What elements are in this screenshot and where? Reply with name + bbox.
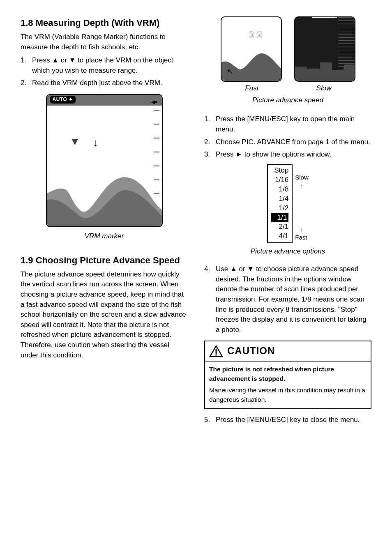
section-1-9-heading: 1.9 Choosing Picture Advance Speed: [21, 254, 188, 267]
step-text: Choose PIC. ADVANCE from page 1 of the m…: [216, 137, 371, 147]
options-speed-indicator: Slow ↑ ↓ Fast: [295, 164, 309, 244]
option-item: 4/1: [270, 232, 289, 241]
options-caption: Picture advance options: [204, 246, 371, 257]
step-number: 5.: [204, 415, 216, 425]
fish-arrow-icon: ◂▪: [151, 97, 157, 107]
sonar-figure: AUTO ✦ ◂▪ ▼ ↓: [46, 94, 163, 227]
svg-point-1: [215, 354, 217, 356]
option-item: 2/1: [270, 222, 289, 232]
step-number: 4.: [204, 264, 216, 335]
section-title: Choosing Picture Advance Speed: [36, 255, 180, 265]
sonar-slow-frame: [294, 16, 355, 82]
step-text: Use ▲ or ▼ to choose picture advance spe…: [216, 264, 371, 335]
options-list: Stop 1/16 1/8 1/4 1/2 1/1 2/1 4/1: [267, 164, 293, 244]
fish-school-icon: ░: [257, 30, 262, 39]
sonar-fast-frame: ░ ░ ↖: [221, 16, 282, 82]
vrm-steps: 1.Press ▲ or ▼ to place the VRM on the o…: [21, 55, 188, 88]
step-text: Press ► to show the options window.: [216, 150, 371, 160]
option-item: 1/16: [270, 175, 289, 185]
auto-badge-text: AUTO: [53, 97, 67, 102]
caution-label: CAUTION: [227, 344, 275, 358]
step-number: 1.: [204, 114, 216, 134]
option-item: 1/2: [270, 204, 289, 213]
caution-text: Maneuvering the vessel in this condition…: [209, 386, 367, 404]
pic-advance-intro: The picture advance speed determines how…: [21, 269, 188, 361]
dual-sonar-caption: Picture advance speed: [204, 95, 371, 106]
fish-icon: ✦: [67, 97, 73, 102]
slow-label: Slow: [295, 173, 309, 182]
arrow-up-icon: ↑: [300, 182, 304, 191]
step-text: Press the [MENU/ESC] key to close the me…: [216, 415, 371, 425]
caution-body: The picture is not refreshed when pictur…: [205, 362, 371, 408]
step-text: Read the VRM depth just above the VRM.: [32, 78, 188, 88]
sonar-seabed: [47, 165, 162, 226]
pic-advance-step-5: 5.Press the [MENU/ESC] key to close the …: [204, 415, 371, 425]
pic-advance-step-4: 4.Use ▲ or ▼ to choose picture advance s…: [204, 264, 371, 335]
vrm-arrow-down-icon: ↓: [93, 135, 98, 151]
section-number: 1.9: [21, 255, 33, 265]
caution-box: CAUTION The picture is not refreshed whe…: [204, 341, 371, 409]
section-number: 1.8: [21, 18, 33, 28]
pic-advance-steps-a: 1.Press the [MENU/ESC] key to open the m…: [204, 114, 371, 160]
caution-header: CAUTION: [205, 341, 371, 362]
section-1-8-heading: 1.8 Measuring Depth (With VRM): [21, 16, 188, 30]
step-number: 2.: [204, 137, 216, 147]
fast-label: Fast: [222, 83, 282, 94]
step-text: Press ▲ or ▼ to place the VRM on the obj…: [32, 55, 188, 76]
option-item: 1/4: [270, 194, 289, 204]
options-window-figure: Stop 1/16 1/8 1/4 1/2 1/1 2/1 4/1 Slow ↑…: [204, 164, 371, 244]
vrm-intro: The VRM (Variable Range Marker) function…: [21, 32, 188, 52]
auto-badge: AUTO ✦: [50, 96, 76, 104]
section-title: Measuring Depth (With VRM): [36, 18, 160, 28]
option-item: Stop: [270, 166, 289, 175]
caution-lead: The picture is not refreshed when pictur…: [209, 365, 367, 383]
option-item: 1/8: [270, 185, 289, 194]
arrow-up-icon: ↖: [227, 66, 233, 77]
step-text: Press the [MENU/ESC] key to open the mai…: [216, 114, 371, 134]
fish-school-icon: ░: [249, 30, 253, 39]
fast-label: Fast: [295, 233, 309, 242]
step-number: 1.: [21, 55, 32, 76]
option-item-selected: 1/1: [270, 213, 289, 223]
warning-triangle-icon: [209, 345, 223, 357]
dual-sonar-figure: ░ ░ ↖: [204, 16, 371, 82]
arrow-down-icon: ↓: [300, 224, 304, 233]
vrm-figure-caption: VRM marker: [21, 231, 188, 242]
slow-label: Slow: [294, 83, 354, 94]
dual-sonar-labels: Fast Slow: [204, 83, 371, 94]
vrm-probe-icon: ▼: [70, 134, 81, 150]
step-number: 3.: [204, 150, 216, 160]
step-number: 2.: [21, 78, 32, 88]
